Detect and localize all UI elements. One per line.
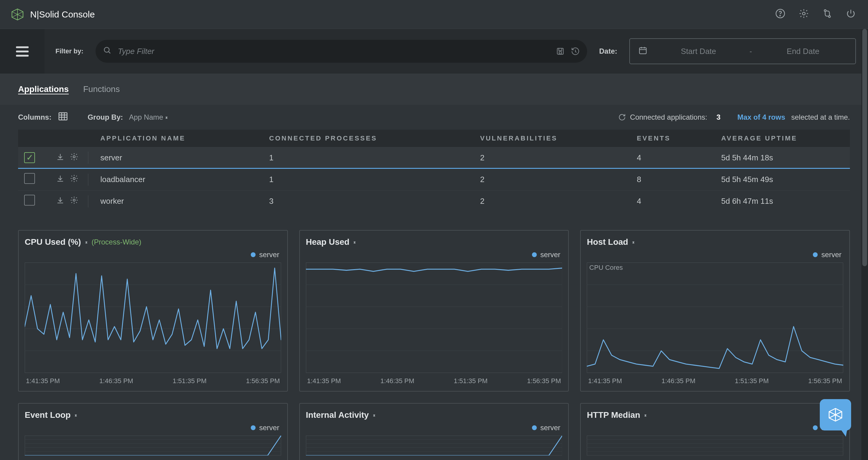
chart-internal-title: Internal Activity <box>306 410 369 420</box>
table-row[interactable]: loadbalancer 1 2 8 5d 5h 45m 49s <box>18 168 850 190</box>
chart-heap-plot[interactable] <box>306 263 562 373</box>
menu-button[interactable] <box>0 29 44 73</box>
row-checkbox[interactable] <box>24 152 35 163</box>
columns-label: Columns: <box>18 113 52 121</box>
history-icon[interactable] <box>571 47 580 56</box>
svg-point-9 <box>829 16 830 17</box>
connected-apps-status: Connected applications: 3 <box>618 113 720 121</box>
charts-grid: CPU Used (%) (Process-Wide) server 1:41:… <box>0 212 868 460</box>
svg-point-26 <box>73 156 75 158</box>
logo[interactable]: N|Solid Console <box>11 8 95 21</box>
legend-series: server <box>821 250 841 259</box>
date-range-picker[interactable]: Start Date - End Date <box>629 38 856 64</box>
chart-cpu-title: CPU Used (%) <box>25 237 81 247</box>
svg-marker-4 <box>18 14 23 20</box>
gear-icon[interactable] <box>70 196 79 207</box>
th-processes[interactable]: Connected Processes <box>263 130 474 147</box>
columns-picker-icon[interactable] <box>58 111 68 124</box>
cell-events: 8 <box>631 168 715 190</box>
svg-rect-39 <box>587 263 843 373</box>
row-checkbox[interactable] <box>24 195 35 206</box>
svg-point-27 <box>73 178 75 180</box>
legend-dot-icon <box>251 252 255 257</box>
chart-eventloop: Event Loop server <box>18 403 288 460</box>
cell-uptime: 5d 5h 45m 49s <box>715 168 850 190</box>
chart-http-title: HTTP Median <box>587 410 640 420</box>
cell-processes: 3 <box>263 190 474 212</box>
app-header: N|Solid Console <box>0 0 868 29</box>
svg-rect-49 <box>306 436 562 455</box>
chart-host: Host Load server CPU Cores 1:41:35 PM1:4… <box>580 230 850 392</box>
help-icon[interactable] <box>775 8 785 21</box>
chart-internal-plot[interactable] <box>306 436 562 456</box>
table-row[interactable]: worker 3 2 4 5d 6h 47m 11s <box>18 190 850 212</box>
cell-name: server <box>94 147 263 168</box>
th-vulnerabilities[interactable]: Vulnerabilities <box>474 130 631 147</box>
cell-events: 4 <box>631 190 715 212</box>
tab-functions[interactable]: Functions <box>83 84 120 94</box>
legend-dot-icon <box>532 252 537 257</box>
legend-series: server <box>259 424 279 432</box>
th-name[interactable]: Application Name <box>94 130 263 147</box>
filter-bar: Filter by: Date: Start Date - End Date <box>0 29 868 73</box>
xaxis-tick: 1:46:35 PM <box>380 377 414 385</box>
svg-point-8 <box>824 9 826 11</box>
connected-apps-label: Connected applications: <box>630 113 707 121</box>
svg-rect-10 <box>16 47 29 48</box>
svg-rect-12 <box>16 55 29 57</box>
groupby-select[interactable]: App Name <box>129 113 167 121</box>
cell-uptime: 5d 5h 44m 18s <box>715 147 850 168</box>
xaxis-tick: 1:51:35 PM <box>735 377 769 385</box>
max-rows-hint: Max of 4 rows <box>738 113 785 121</box>
power-icon[interactable] <box>846 8 856 21</box>
nsolid-logo-icon <box>11 8 24 21</box>
end-date-input[interactable]: End Date <box>759 47 847 56</box>
svg-line-14 <box>108 52 110 53</box>
legend-dot-icon <box>532 425 537 430</box>
tabs-bar: Applications Functions <box>0 73 868 105</box>
git-compare-icon[interactable] <box>822 8 832 21</box>
filter-input[interactable] <box>118 47 550 56</box>
scrollbar[interactable] <box>861 29 868 460</box>
product-name: N|Solid Console <box>30 9 95 20</box>
legend-series: server <box>540 250 561 259</box>
cpu-cores-label: CPU Cores <box>589 264 623 272</box>
cell-vulnerabilities: 2 <box>474 168 631 190</box>
filter-by-label: Filter by: <box>56 47 84 55</box>
th-uptime[interactable]: Average Uptime <box>715 130 850 147</box>
chart-host-plot[interactable] <box>587 263 843 373</box>
legend-dot-icon <box>813 425 818 430</box>
table-row[interactable]: server 1 2 4 5d 5h 44m 18s <box>18 147 850 168</box>
download-icon[interactable] <box>56 153 64 163</box>
svg-rect-11 <box>16 51 29 53</box>
save-filter-icon[interactable] <box>556 47 565 56</box>
svg-rect-29 <box>25 263 281 373</box>
chart-eventloop-plot[interactable] <box>25 436 281 456</box>
row-checkbox[interactable] <box>24 173 35 184</box>
chart-host-title: Host Load <box>587 237 628 247</box>
svg-marker-2 <box>18 9 23 14</box>
tab-applications[interactable]: Applications <box>18 84 69 94</box>
start-date-input[interactable]: Start Date <box>655 47 742 56</box>
legend-dot-icon <box>813 252 818 257</box>
connected-apps-count: 3 <box>716 113 720 121</box>
legend-series: server <box>259 250 279 259</box>
xaxis-tick: 1:51:35 PM <box>173 377 207 385</box>
gear-icon[interactable] <box>70 153 79 163</box>
gear-icon[interactable] <box>70 174 79 185</box>
controls-row: Columns: Group By: App Name Connected ap… <box>0 105 868 130</box>
chat-widget[interactable] <box>820 399 851 430</box>
chart-eventloop-title: Event Loop <box>25 410 70 420</box>
settings-icon[interactable] <box>799 8 809 21</box>
groupby-label: Group By: <box>88 113 123 121</box>
chart-http-plot[interactable] <box>587 436 843 456</box>
th-events[interactable]: Events <box>631 130 715 147</box>
chart-cpu-plot[interactable] <box>25 263 281 373</box>
scrollbar-thumb[interactable] <box>862 29 867 266</box>
download-icon[interactable] <box>56 196 64 207</box>
download-icon[interactable] <box>56 174 64 185</box>
svg-point-7 <box>802 12 805 15</box>
chart-cpu: CPU Used (%) (Process-Wide) server 1:41:… <box>18 230 288 392</box>
svg-rect-34 <box>306 263 562 373</box>
xaxis-tick: 1:41:35 PM <box>588 377 622 385</box>
